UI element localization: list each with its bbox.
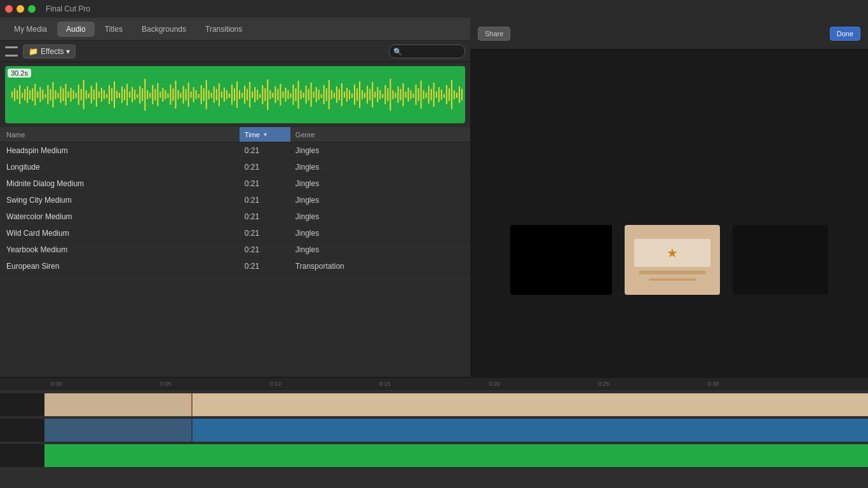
svg-rect-116 — [308, 89, 309, 100]
svg-rect-59 — [162, 88, 163, 102]
audio-blue-segment-1 — [44, 419, 193, 442]
row-genre: Jingles — [290, 245, 470, 254]
svg-rect-113 — [301, 90, 302, 99]
svg-rect-49 — [137, 94, 138, 98]
svg-rect-55 — [152, 85, 153, 104]
row-time: 0:21 — [240, 179, 290, 188]
svg-rect-107 — [285, 88, 286, 102]
svg-rect-121 — [321, 94, 322, 98]
track-row-audio-blue — [0, 419, 868, 442]
svg-rect-97 — [259, 94, 261, 98]
fullscreen-button[interactable] — [28, 5, 36, 13]
svg-rect-152 — [400, 89, 401, 100]
svg-rect-0 — [11, 92, 13, 98]
svg-rect-117 — [311, 83, 312, 107]
row-name: Midnite Dialog Medium — [0, 179, 240, 188]
tab-titles[interactable]: Titles — [96, 22, 132, 37]
svg-rect-17 — [55, 90, 56, 99]
tab-backgrounds[interactable]: Backgrounds — [133, 22, 195, 37]
svg-rect-127 — [336, 86, 337, 103]
share-button[interactable]: Share — [478, 27, 510, 41]
minimize-button[interactable] — [17, 5, 24, 13]
svg-rect-115 — [306, 86, 307, 104]
svg-rect-40 — [114, 81, 115, 108]
svg-rect-109 — [290, 93, 291, 98]
table-row[interactable]: Headspin Medium 0:21 Jingles — [0, 142, 470, 159]
video-segment-1 — [44, 393, 193, 416]
svg-rect-92 — [247, 89, 248, 100]
svg-rect-91 — [244, 86, 245, 104]
svg-rect-141 — [372, 82, 373, 107]
svg-rect-8 — [32, 88, 33, 101]
svg-rect-129 — [341, 83, 342, 106]
svg-rect-175 — [459, 86, 460, 103]
row-time: 0:21 — [240, 146, 290, 155]
timeline-tracks — [0, 390, 868, 488]
svg-rect-159 — [418, 88, 419, 101]
svg-rect-12 — [42, 90, 43, 100]
svg-rect-162 — [426, 93, 427, 98]
table-row[interactable]: Swing City Medium 0:21 Jingles — [0, 192, 470, 208]
table-row[interactable]: European Siren 0:21 Transportation — [0, 258, 470, 274]
svg-rect-19 — [60, 86, 61, 103]
svg-rect-124 — [329, 80, 330, 109]
svg-rect-85 — [229, 93, 230, 98]
svg-rect-128 — [339, 89, 340, 100]
svg-rect-50 — [139, 86, 140, 104]
tab-transitions[interactable]: Transitions — [196, 22, 251, 37]
svg-rect-78 — [211, 93, 212, 98]
svg-rect-146 — [384, 85, 386, 104]
table-row[interactable]: Midnite Dialog Medium 0:21 Jingles — [0, 175, 470, 192]
svg-rect-93 — [249, 82, 250, 107]
column-header-genre[interactable]: Genre — [290, 131, 470, 139]
svg-rect-120 — [318, 90, 320, 100]
effects-folder-button[interactable]: 📁 Effects ▾ — [23, 44, 76, 58]
table-row[interactable]: Yearbook Medium 0:21 Jingles — [0, 241, 470, 258]
svg-rect-29 — [86, 90, 87, 99]
column-header-name[interactable]: Name — [0, 131, 240, 139]
track-row-audio-green — [0, 444, 868, 467]
svg-rect-21 — [65, 84, 67, 105]
svg-rect-28 — [83, 80, 85, 109]
svg-rect-112 — [298, 81, 299, 109]
done-button[interactable]: Done — [830, 27, 860, 41]
svg-rect-166 — [436, 92, 437, 98]
svg-rect-44 — [124, 89, 125, 100]
app-title: Final Cut Pro — [46, 4, 90, 13]
svg-rect-61 — [167, 93, 168, 98]
svg-rect-160 — [421, 81, 422, 109]
svg-rect-14 — [47, 85, 48, 104]
svg-rect-135 — [356, 88, 358, 101]
svg-rect-153 — [402, 83, 403, 106]
svg-rect-1 — [14, 88, 15, 101]
svg-rect-126 — [334, 93, 335, 98]
row-genre: Jingles — [290, 163, 470, 172]
svg-rect-33 — [96, 83, 97, 107]
svg-rect-26 — [78, 85, 79, 105]
tab-audio[interactable]: Audio — [57, 22, 95, 37]
sidebar-toggle-button[interactable] — [5, 46, 18, 57]
tab-my-media[interactable]: My Media — [5, 22, 56, 37]
svg-rect-101 — [269, 90, 271, 99]
svg-rect-149 — [392, 90, 393, 99]
svg-rect-16 — [52, 82, 53, 107]
svg-rect-98 — [262, 85, 263, 104]
svg-rect-103 — [275, 86, 276, 103]
svg-rect-90 — [241, 93, 243, 98]
close-button[interactable] — [5, 5, 13, 13]
svg-rect-54 — [149, 93, 151, 98]
svg-rect-142 — [374, 92, 376, 98]
row-time: 0:21 — [240, 196, 290, 205]
svg-rect-95 — [254, 87, 255, 102]
preview-card-line2 — [649, 278, 696, 281]
svg-rect-96 — [257, 90, 258, 100]
svg-rect-172 — [451, 80, 452, 109]
table-row[interactable]: Longitude 0:21 Jingles — [0, 159, 470, 175]
svg-rect-82 — [221, 92, 222, 98]
table-row[interactable]: Wild Card Medium 0:21 Jingles — [0, 225, 470, 241]
column-header-time[interactable]: Time ▼ — [240, 127, 290, 142]
table-row[interactable]: Watercolor Medium 0:21 Jingles — [0, 208, 470, 225]
ruler-tick: 0:15 — [379, 381, 489, 387]
svg-rect-73 — [198, 94, 200, 98]
svg-rect-25 — [76, 93, 77, 98]
